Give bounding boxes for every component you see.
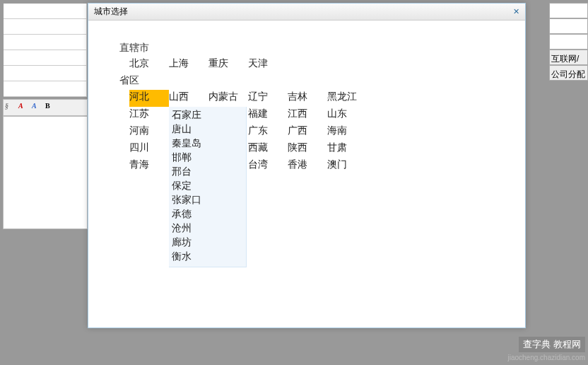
watermark-text: 查字典 教程网 <box>519 337 585 352</box>
city-衡水[interactable]: 衡水 <box>172 250 243 264</box>
modal-title: 城市选择 <box>94 6 128 18</box>
city-邯郸[interactable]: 邯郸 <box>172 151 243 165</box>
city-shanghai[interactable]: 上海 <box>169 57 208 70</box>
bold-icon: B <box>45 102 57 113</box>
bg-row <box>549 34 588 50</box>
province-江西[interactable]: 江西 <box>288 107 327 124</box>
watermark: 查字典 教程网 jiaocheng.chazidian.com <box>507 337 585 362</box>
city-beijing[interactable]: 北京 <box>129 57 169 70</box>
watermark-url: jiaocheng.chazidian.com <box>507 354 585 361</box>
city-石家庄[interactable]: 石家庄 <box>172 108 243 122</box>
province-西藏[interactable]: 西藏 <box>248 141 288 158</box>
bg-left-table <box>3 3 88 98</box>
close-icon[interactable]: ✕ <box>513 7 519 16</box>
tool-icon: § <box>5 102 16 113</box>
province-江苏[interactable]: 江苏 <box>129 107 169 124</box>
province-台湾[interactable]: 台湾 <box>248 158 288 175</box>
city-chongqing[interactable]: 重庆 <box>208 57 248 70</box>
city-邢台[interactable]: 邢台 <box>172 165 243 179</box>
province-澳门[interactable]: 澳门 <box>327 158 367 175</box>
province-黑龙江[interactable]: 黑龙江 <box>327 90 367 107</box>
city-tianjin[interactable]: 天津 <box>248 57 288 70</box>
municipality-row: 北京 上海 重庆 天津 <box>129 57 494 70</box>
province-山东[interactable]: 山东 <box>327 107 367 124</box>
province-内蒙古[interactable]: 内蒙古 <box>208 90 248 107</box>
city-保定[interactable]: 保定 <box>172 179 243 193</box>
city-秦皇岛[interactable]: 秦皇岛 <box>172 137 243 151</box>
province-河北[interactable]: 河北 <box>129 90 169 107</box>
modal-header: 城市选择 ✕ <box>88 4 525 21</box>
city-承德[interactable]: 承德 <box>172 207 243 221</box>
city-唐山[interactable]: 唐山 <box>172 122 243 137</box>
province-四川[interactable]: 四川 <box>129 141 169 158</box>
province-香港[interactable]: 香港 <box>288 158 327 175</box>
bg-row: 公司分配 <box>549 65 588 81</box>
bg-row <box>549 18 588 34</box>
editor-toolbar: § A A B <box>3 99 88 116</box>
modal-body: 直辖市 北京 上海 重庆 天津 省区 河北山西内蒙古辽宁吉林黑龙江江苏福建江西山… <box>88 21 525 186</box>
editor-area <box>3 116 88 229</box>
bg-right-table: 互联网/ 公司分配 <box>549 3 588 81</box>
province-吉林[interactable]: 吉林 <box>288 90 327 107</box>
city-submenu: 石家庄唐山秦皇岛邯郸邢台保定张家口承德沧州廊坊衡水 <box>169 107 247 267</box>
province-陕西[interactable]: 陕西 <box>288 141 327 158</box>
province-广西[interactable]: 广西 <box>288 124 327 141</box>
city-廊坊[interactable]: 廊坊 <box>172 236 243 250</box>
province-广东[interactable]: 广东 <box>248 124 288 141</box>
province-河南[interactable]: 河南 <box>129 124 169 141</box>
city-select-modal: 城市选择 ✕ 直辖市 北京 上海 重庆 天津 省区 河北山西内蒙古辽宁吉林黑龙江… <box>88 3 526 328</box>
province-福建[interactable]: 福建 <box>248 107 288 124</box>
province-海南[interactable]: 海南 <box>327 124 367 141</box>
bg-row <box>549 3 588 18</box>
city-张家口[interactable]: 张家口 <box>172 193 243 207</box>
bg-row: 互联网/ <box>549 50 588 65</box>
province-青海[interactable]: 青海 <box>129 158 169 175</box>
province-甘肃[interactable]: 甘肃 <box>327 141 367 158</box>
province-山西[interactable]: 山西 <box>169 90 208 107</box>
city-沧州[interactable]: 沧州 <box>172 221 243 236</box>
font-icon: A <box>18 102 30 113</box>
font-icon-blue: A <box>32 102 43 113</box>
municipality-label: 直辖市 <box>119 42 494 54</box>
province-辽宁[interactable]: 辽宁 <box>248 90 288 107</box>
province-label: 省区 <box>119 74 494 87</box>
province-area: 河北山西内蒙古辽宁吉林黑龙江江苏福建江西山东河南广东广西海南四川西藏陕西甘肃青海… <box>119 90 494 175</box>
